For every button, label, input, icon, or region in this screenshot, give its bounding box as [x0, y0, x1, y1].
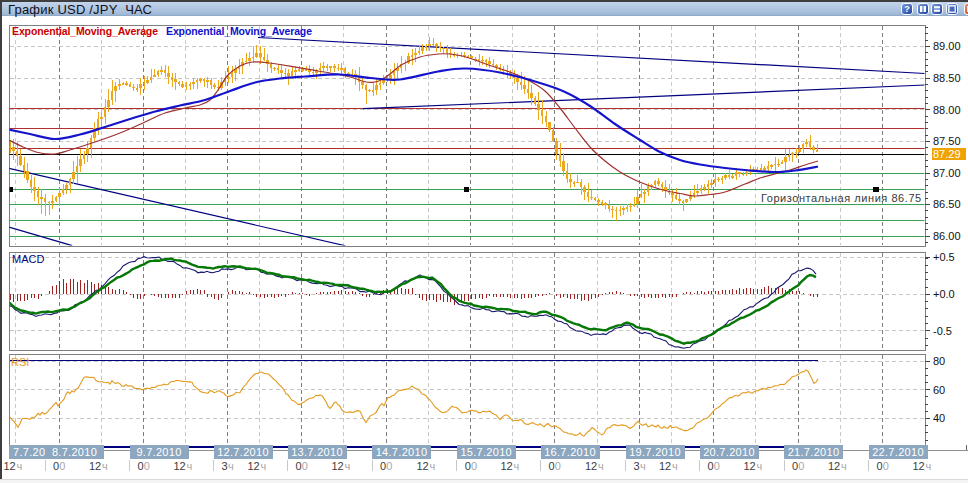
svg-text:89.00: 89.00 — [933, 40, 961, 52]
svg-text:ч: ч — [672, 460, 678, 472]
svg-text:ч: ч — [261, 460, 267, 472]
svg-text:86.50: 86.50 — [933, 198, 961, 210]
svg-text:0: 0 — [296, 460, 302, 472]
svg-text:0: 0 — [883, 460, 889, 472]
svg-text:12: 12 — [913, 460, 925, 472]
svg-text:16.7.2010: 16.7.2010 — [544, 446, 596, 458]
svg-text:Exponential_Moving_Average: Exponential_Moving_Average — [166, 25, 312, 37]
svg-text:0: 0 — [471, 460, 477, 472]
svg-text:12: 12 — [174, 460, 186, 472]
svg-text:87.00: 87.00 — [933, 167, 961, 179]
svg-text:-0.5: -0.5 — [933, 325, 952, 337]
svg-text:13.7.2010: 13.7.2010 — [291, 446, 343, 458]
svg-text:ч: ч — [926, 460, 932, 472]
svg-text:0: 0 — [59, 460, 65, 472]
svg-text:0: 0 — [144, 460, 150, 472]
svg-text:0: 0 — [53, 460, 59, 472]
svg-text:14.7.2010: 14.7.2010 — [376, 446, 428, 458]
svg-text:0: 0 — [465, 460, 471, 472]
svg-text:22.7.2010: 22.7.2010 — [872, 446, 924, 458]
svg-text:ч: ч — [430, 460, 436, 472]
svg-text:ч: ч — [228, 460, 234, 472]
svg-text:RSI: RSI — [11, 356, 29, 368]
svg-text:0: 0 — [380, 460, 386, 472]
svg-text:0: 0 — [386, 460, 392, 472]
svg-text:0: 0 — [798, 460, 804, 472]
svg-text:ч: ч — [841, 460, 847, 472]
svg-text:87.29: 87.29 — [933, 148, 961, 160]
svg-text:8.7.2010: 8.7.2010 — [52, 446, 97, 458]
svg-text:80: 80 — [933, 355, 945, 367]
svg-text:+0.0: +0.0 — [933, 288, 955, 300]
svg-text:0: 0 — [549, 460, 555, 472]
svg-text:12: 12 — [501, 460, 513, 472]
svg-text:ч: ч — [598, 460, 604, 472]
svg-text:3: 3 — [634, 460, 640, 472]
svg-text:MACD: MACD — [12, 253, 44, 265]
svg-text:12: 12 — [659, 460, 671, 472]
svg-text:0: 0 — [555, 460, 561, 472]
svg-text:12: 12 — [4, 460, 16, 472]
svg-text:88.00: 88.00 — [933, 104, 961, 116]
svg-text:40: 40 — [933, 412, 945, 424]
svg-text:15.7.2010: 15.7.2010 — [460, 446, 512, 458]
svg-text:20.7.2010: 20.7.2010 — [703, 446, 755, 458]
svg-text:ч: ч — [345, 460, 351, 472]
svg-text:86.00: 86.00 — [933, 230, 961, 242]
svg-text:0: 0 — [138, 460, 144, 472]
svg-text:0: 0 — [877, 460, 883, 472]
svg-text:19.7.2010: 19.7.2010 — [629, 446, 681, 458]
svg-text:12: 12 — [585, 460, 597, 472]
svg-text:12.7.2010: 12.7.2010 — [217, 446, 269, 458]
svg-text:87.50: 87.50 — [933, 135, 961, 147]
svg-text:ч: ч — [102, 460, 108, 472]
svg-text:88.50: 88.50 — [933, 72, 961, 84]
svg-text:12: 12 — [248, 460, 260, 472]
svg-text:ч: ч — [514, 460, 520, 472]
svg-text:+0.5: +0.5 — [933, 251, 955, 263]
svg-text:ч: ч — [640, 460, 646, 472]
svg-text:ч: ч — [187, 460, 193, 472]
svg-text:60: 60 — [933, 384, 945, 396]
svg-text:21.7.2010: 21.7.2010 — [788, 446, 840, 458]
svg-text:0: 0 — [302, 460, 308, 472]
svg-text:12: 12 — [89, 460, 101, 472]
svg-text:12: 12 — [332, 460, 344, 472]
svg-text:0: 0 — [708, 460, 714, 472]
svg-text:9.7.2010: 9.7.2010 — [136, 446, 181, 458]
svg-text:0: 0 — [714, 460, 720, 472]
svg-text:12: 12 — [744, 460, 756, 472]
svg-text:3: 3 — [222, 460, 228, 472]
svg-text:12: 12 — [828, 460, 840, 472]
svg-text:12: 12 — [417, 460, 429, 472]
svg-text:Горизонтальная линия 86.75: Горизонтальная линия 86.75 — [761, 192, 922, 204]
svg-text:ч: ч — [757, 460, 763, 472]
svg-text:ч: ч — [17, 460, 23, 472]
svg-text:0: 0 — [792, 460, 798, 472]
svg-text:Exponential_Moving_Average: Exponential_Moving_Average — [12, 25, 158, 37]
